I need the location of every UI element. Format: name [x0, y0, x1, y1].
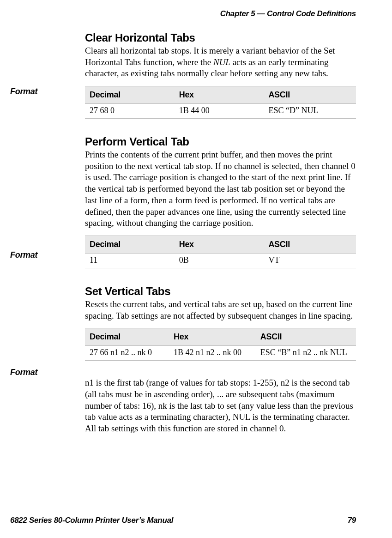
body-text-note: n1 is the first tab (range of values for… — [85, 377, 356, 434]
col-ascii: ASCII — [264, 236, 356, 253]
page-footer: 6822 Series 80-Column Printer User’s Man… — [10, 516, 356, 525]
cell-ascii: VT — [264, 253, 356, 268]
col-ascii: ASCII — [256, 328, 356, 346]
footer-page-number: 79 — [348, 516, 356, 525]
cell-decimal: 27 66 n1 n2 .. nk 0 — [85, 346, 169, 361]
col-decimal: Decimal — [85, 236, 175, 253]
col-hex: Hex — [175, 86, 264, 104]
body-text: Prints the contents of the current print… — [85, 149, 356, 229]
footer-manual-title: 6822 Series 80-Column Printer User’s Man… — [10, 516, 173, 525]
table-row: 11 0B VT — [85, 253, 356, 268]
section-heading-set-vertical-tabs: Set Vertical Tabs — [85, 285, 356, 298]
body-text: Resets the current tabs, and vertical ta… — [85, 299, 356, 321]
cell-ascii: ESC “B” n1 n2 .. nk NUL — [256, 346, 356, 361]
section-heading-perform-vertical-tab: Perform Vertical Tab — [85, 135, 356, 148]
col-decimal: Decimal — [85, 86, 175, 104]
format-label: Format — [10, 87, 37, 97]
table-header-row: Decimal Hex ASCII — [85, 236, 356, 253]
cell-decimal: 27 68 0 — [85, 104, 175, 119]
format-label: Format — [10, 250, 37, 260]
col-ascii: ASCII — [264, 86, 356, 104]
table-header-row: Decimal Hex ASCII — [85, 328, 356, 346]
section-heading-clear-horizontal-tabs: Clear Horizontal Tabs — [85, 31, 356, 44]
format-table-3: Decimal Hex ASCII 27 66 n1 n2 .. nk 0 1B… — [85, 328, 356, 361]
col-hex: Hex — [169, 328, 256, 346]
col-decimal: Decimal — [85, 328, 169, 346]
table-row: 27 66 n1 n2 .. nk 0 1B 42 n1 n2 .. nk 00… — [85, 346, 356, 361]
body-text: Clears all horizontal tab stops. It is m… — [85, 45, 356, 79]
table-row: 27 68 0 1B 44 00 ESC “D” NUL — [85, 104, 356, 119]
format-table-2: Decimal Hex ASCII 11 0B VT — [85, 236, 356, 268]
format-table-1: Decimal Hex ASCII 27 68 0 1B 44 00 ESC “… — [85, 86, 356, 119]
cell-hex: 1B 42 n1 n2 .. nk 00 — [169, 346, 256, 361]
nul-italic: NUL — [213, 57, 230, 67]
cell-ascii: ESC “D” NUL — [264, 104, 356, 119]
cell-hex: 1B 44 00 — [175, 104, 264, 119]
table-header-row: Decimal Hex ASCII — [85, 86, 356, 104]
cell-decimal: 11 — [85, 253, 175, 268]
chapter-header: Chapter 5 — Control Code Definitions — [10, 9, 356, 18]
cell-hex: 0B — [175, 253, 264, 268]
col-hex: Hex — [175, 236, 264, 253]
format-label: Format — [10, 368, 37, 377]
